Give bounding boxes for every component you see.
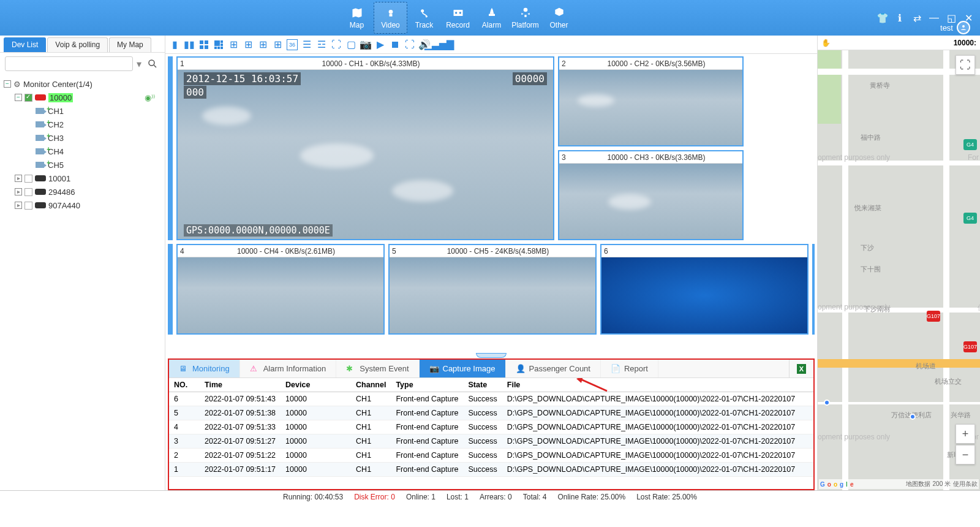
layout-9-icon[interactable]: ⊞ xyxy=(243,39,254,50)
crop-icon[interactable]: ⛶ xyxy=(331,39,342,50)
cube-icon xyxy=(552,6,566,20)
tab-devlist[interactable]: Dev List xyxy=(4,37,46,52)
layout-6-icon[interactable] xyxy=(213,39,224,50)
stop-icon[interactable]: ⏹ xyxy=(390,39,401,50)
video-tile-2[interactable]: 210000 - CH2 - 0KB/s(3.56MB) xyxy=(558,56,744,146)
video-tile-4[interactable]: 410000 - CH4 - 0KB/s(2.61MB) xyxy=(176,244,385,335)
tab-alarm-info[interactable]: ⚠Alarm Information xyxy=(240,360,337,377)
tree-device-294486[interactable]: ▸294486 xyxy=(15,185,161,199)
resize-handle[interactable] xyxy=(812,244,815,335)
theme-icon[interactable]: 👕 xyxy=(877,12,888,23)
checkbox-checked-icon[interactable] xyxy=(24,94,32,102)
table-row[interactable]: 52022-01-07 09:51:3810000CH1Front-end Ca… xyxy=(169,406,813,420)
tree-device-10001[interactable]: ▸10001 xyxy=(15,172,161,185)
table-row[interactable]: 32022-01-07 09:51:2710000CH1Front-end Ca… xyxy=(169,434,813,449)
resize-handle[interactable] xyxy=(168,244,173,335)
device-sidebar: Dev List Voip & polling My Map ▾ − ⚙ Mon… xyxy=(0,36,165,490)
tile-title: 10000 - CH4 - 0KB/s(2.61MB) xyxy=(191,247,381,256)
video-tile-6[interactable]: 6 xyxy=(600,244,809,335)
layout-16-icon[interactable]: ⊞ xyxy=(257,39,268,50)
tab-capture-image[interactable]: 📷Capture Image xyxy=(420,360,506,377)
tree-channel-ch5[interactable]: CH5 xyxy=(26,158,161,172)
export-excel-button[interactable]: X xyxy=(789,360,813,377)
map-fullscreen-button[interactable]: ⛶ xyxy=(956,55,975,75)
layout-2-icon[interactable]: ▮▮ xyxy=(184,39,195,50)
tab-mymap[interactable]: My Map xyxy=(109,37,151,52)
tab-report[interactable]: 📄Report xyxy=(601,360,658,377)
tab-system-event[interactable]: ✱System Event xyxy=(336,360,419,377)
swap-icon[interactable]: ⇄ xyxy=(911,12,922,23)
col-no[interactable]: NO. xyxy=(169,378,200,392)
signal-icon[interactable]: ▁▃▅▇ xyxy=(434,39,445,50)
col-file[interactable]: File xyxy=(502,378,813,392)
info-icon[interactable]: ℹ xyxy=(894,12,905,23)
tab-voip[interactable]: Voip & polling xyxy=(47,37,108,52)
tab-passenger[interactable]: 👤Passenger Count xyxy=(506,360,601,377)
cell-no: 4 xyxy=(169,420,200,434)
map-canvas[interactable]: 黄桥寺 福中路 悦来湘菜 下沙 下十围 下沙南村 机场立交 机场道 万信达便利店… xyxy=(818,50,980,490)
play-icon[interactable]: ▶ xyxy=(375,39,386,50)
list2-icon[interactable]: ☲ xyxy=(316,39,327,50)
search-icon[interactable] xyxy=(145,56,160,71)
nav-video[interactable]: Video xyxy=(374,2,407,34)
tree-channel-ch4[interactable]: CH4 xyxy=(26,145,161,158)
collapse-icon[interactable]: − xyxy=(15,94,22,101)
device-search-input[interactable] xyxy=(5,56,133,71)
tree-device-907a440[interactable]: ▸907A440 xyxy=(15,199,161,212)
cell-state: Success xyxy=(464,420,502,434)
nav-platform[interactable]: Platform xyxy=(508,2,542,34)
expand-icon[interactable]: ▸ xyxy=(15,202,22,209)
col-channel[interactable]: Channel xyxy=(351,378,391,392)
table-row[interactable]: 42022-01-07 09:51:3310000CH1Front-end Ca… xyxy=(169,420,813,434)
tree-device-10000[interactable]: − 10000 ◉⁾⁾ xyxy=(15,91,161,104)
fullscreen-icon[interactable]: ⛶ xyxy=(404,39,415,50)
layout-25-icon[interactable]: ⊞ xyxy=(272,39,283,50)
map-zoom-in-button[interactable]: + xyxy=(956,424,975,444)
col-type[interactable]: Type xyxy=(391,378,463,392)
layout-36-icon[interactable]: 36 xyxy=(287,39,298,50)
nav-other[interactable]: Other xyxy=(542,2,576,34)
col-state[interactable]: State xyxy=(464,378,502,392)
window-icon[interactable]: ▢ xyxy=(345,39,356,50)
cell-no: 2 xyxy=(169,449,200,463)
nav-map[interactable]: Map xyxy=(340,2,374,34)
table-row[interactable]: 22022-01-07 09:51:2210000CH1Front-end Ca… xyxy=(169,449,813,463)
expand-icon[interactable]: ▸ xyxy=(15,188,22,195)
camera-capture-icon[interactable]: 📷 xyxy=(360,39,371,50)
tree-channel-ch2[interactable]: CH2 xyxy=(26,118,161,131)
checkbox-icon[interactable] xyxy=(24,202,32,210)
tab-monitoring[interactable]: 🖥Monitoring xyxy=(169,360,240,377)
col-time[interactable]: Time xyxy=(200,378,281,392)
col-device[interactable]: Device xyxy=(281,378,351,392)
nav-record[interactable]: Record xyxy=(441,2,475,34)
table-row[interactable]: 12022-01-07 09:51:1710000CH1Front-end Ca… xyxy=(169,463,813,477)
checkbox-icon[interactable] xyxy=(24,188,32,196)
layout-8-icon[interactable]: ⊞ xyxy=(228,39,239,50)
minimize-icon[interactable]: — xyxy=(929,12,940,23)
panel-splitter[interactable] xyxy=(165,352,817,358)
collapse-icon[interactable]: − xyxy=(4,80,11,88)
resize-handle[interactable] xyxy=(168,56,173,240)
cell-time: 2022-01-07 09:51:43 xyxy=(200,392,281,406)
status-value: 1 xyxy=(431,493,435,501)
map-toggle-icon[interactable]: ✋ xyxy=(821,39,831,47)
video-tile-5[interactable]: 510000 - CH5 - 24KB/s(4.58MB) xyxy=(388,244,597,335)
table-row[interactable]: 62022-01-07 09:51:4310000CH1Front-end Ca… xyxy=(169,392,813,406)
tree-channel-ch1[interactable]: CH1 xyxy=(26,104,161,118)
tree-root[interactable]: − ⚙ Monitor Center(1/4) xyxy=(4,77,161,91)
expand-icon[interactable]: ▸ xyxy=(15,175,22,182)
nav-alarm[interactable]: Alarm xyxy=(475,2,508,34)
video-tile-3[interactable]: 310000 - CH3 - 0KB/s(3.36MB) xyxy=(558,150,744,240)
checkbox-icon[interactable] xyxy=(24,175,32,183)
list-icon[interactable]: ☰ xyxy=(301,39,312,50)
nav-track[interactable]: Track xyxy=(407,2,441,34)
dropdown-icon[interactable]: ▾ xyxy=(137,58,141,70)
tree-channel-ch3[interactable]: CH3 xyxy=(26,131,161,145)
capture-icon: 📷 xyxy=(429,364,439,374)
layout-4-icon[interactable] xyxy=(198,39,209,50)
map-zoom-out-button[interactable]: − xyxy=(956,445,975,464)
tile-title: 10000 - CH5 - 24KB/s(4.58MB) xyxy=(403,247,593,256)
layout-1-icon[interactable]: ▮ xyxy=(169,39,180,50)
user-menu[interactable]: test xyxy=(940,21,970,34)
video-tile-1[interactable]: 110000 - CH1 - 0KB/s(4.33MB) 2012-12-15 … xyxy=(176,56,554,240)
